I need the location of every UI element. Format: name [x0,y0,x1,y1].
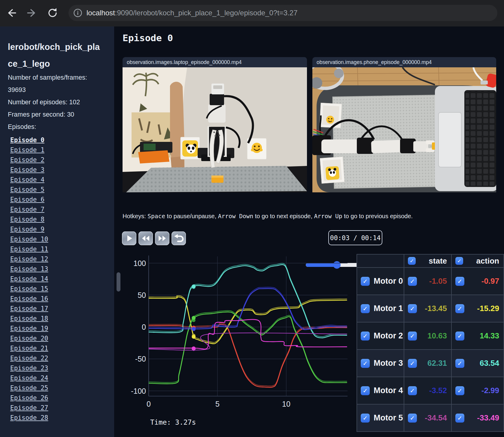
checkbox-checked[interactable]: ✓ [361,386,370,395]
motor-action-cell: ✓-15.29 [451,295,504,322]
sidebar-episode-link[interactable]: Episode 23 [10,363,109,373]
sidebar-episode-link[interactable]: Episode 2 [10,155,109,165]
scrollbar-thumb[interactable] [117,272,120,292]
checkbox-checked[interactable]: ✓ [408,277,417,286]
motor-state-value: -13.45 [425,304,447,313]
sidebar-episode-link[interactable]: Episode 13 [10,264,109,274]
sidebar-episode-link[interactable]: Episode 17 [10,304,109,314]
sidebar-episode-link[interactable]: Episode 15 [10,284,109,294]
loop-button[interactable] [172,231,186,245]
motor-action-cell: ✓63.54 [451,350,504,377]
video-phone[interactable] [312,67,496,192]
play-button[interactable] [122,231,136,245]
episode-list: Episode 0Episode 1Episode 2Episode 3Epis… [10,135,109,423]
motor-action-value: -33.49 [477,413,499,423]
sidebar-episode-link[interactable]: Episode 14 [10,274,109,284]
checkbox-checked[interactable]: ✓ [408,359,417,368]
motor-row-label-cell: ✓Motor 1 [357,295,404,322]
checkbox-checked[interactable]: ✓ [361,304,370,313]
checkbox-checked[interactable]: ✓ [455,359,464,368]
loop-icon [174,234,184,243]
motor-name: Motor 4 [374,386,403,395]
motor-action-cell: ✓-2.99 [451,377,504,404]
motor-state-value: -3.52 [429,386,447,395]
motor-table-grid: ✓state✓action✓Motor 0✓-1.05✓-0.97✓Motor … [357,254,504,432]
back-icon[interactable] [4,6,18,20]
sidebar-episode-link[interactable]: Episode 24 [10,373,109,383]
checkbox-checked[interactable]: ✓ [408,386,417,395]
checkbox-checked[interactable]: ✓ [455,386,464,395]
dataset-stats: Number of samples/frames: 39693 Number o… [8,72,88,133]
y-tick-label: -100 [131,387,146,395]
fast-forward-button[interactable] [155,231,169,245]
sidebar-episode-link[interactable]: Episode 6 [10,195,109,205]
motor-row-label-cell: ✓Motor 0 [357,267,404,295]
checkbox-checked[interactable]: ✓ [455,277,464,286]
sidebar-episode-link[interactable]: Episode 28 [10,413,109,423]
checkbox-checked[interactable]: ✓ [408,257,416,265]
hotkeys-help: Hotkeys: Space to pause/unpause, Arrow D… [123,213,413,220]
motor-action-value: -15.29 [477,304,499,313]
video-label-phone: observation.images.phone_episode_000000.… [312,57,496,67]
y-tick-label: -50 [135,355,146,363]
hotkeys-text: to go to previous episode. [342,213,413,219]
sidebar-episode-link[interactable]: Episode 26 [10,393,109,403]
chart-line-state [149,296,347,343]
rewind-button[interactable] [138,231,153,245]
checkbox-checked[interactable]: ✓ [455,332,464,341]
sidebar-episode-link[interactable]: Episode 10 [10,234,109,244]
motor-state-value: 10.63 [427,331,447,341]
episodes-label: Episodes: [8,121,88,133]
sidebar-episode-link[interactable]: Episode 25 [10,383,109,393]
sidebar-episode-link[interactable]: Episode 16 [10,294,109,304]
sidebar-episode-link[interactable]: Episode 21 [10,344,109,353]
sidebar-episode-link[interactable]: Episode 18 [10,314,109,324]
chart-line-state [149,287,347,329]
hotkeys-text: to go to next episode, [253,213,314,219]
sidebar-episode-link[interactable]: Episode 0 [10,135,109,145]
checkbox-checked[interactable]: ✓ [361,359,370,368]
checkbox-checked[interactable]: ✓ [361,414,370,423]
x-tick-label: 10 [282,400,290,408]
checkbox-checked[interactable]: ✓ [361,332,370,341]
main-content: Episode 0 observation.images.laptop_epis… [114,26,504,437]
sidebar-episode-link[interactable]: Episode 20 [10,334,109,344]
sidebar-episode-link[interactable]: Episode 9 [10,225,109,234]
sidebar-episode-link[interactable]: Episode 1 [10,145,109,155]
sidebar-episode-link[interactable]: Episode 8 [10,215,109,225]
checkbox-checked[interactable]: ✓ [455,304,464,313]
sidebar-episode-link[interactable]: Episode 19 [10,324,109,334]
checkbox-checked[interactable]: ✓ [408,304,417,313]
motor-state-cell: ✓10.63 [404,322,451,350]
play-icon [125,234,134,243]
page-title: Episode 0 [123,32,173,43]
motor-name: Motor 2 [374,331,403,341]
motor-state-cell: ✓62.31 [404,350,451,377]
y-tick-label: 0 [142,323,146,331]
sidebar-episode-link[interactable]: Episode 3 [10,165,109,175]
sidebar-episode-link[interactable]: Episode 11 [10,244,109,254]
checkbox-checked[interactable]: ✓ [361,277,370,286]
page-info-icon[interactable] [73,8,83,18]
checkbox-checked[interactable]: ✓ [455,257,463,265]
sidebar-episode-link[interactable]: Episode 12 [10,254,109,264]
video-phone-frame [312,67,496,192]
table-cell [357,254,404,267]
sidebar-episode-link[interactable]: Episode 7 [10,205,109,215]
sidebar-episode-link[interactable]: Episode 27 [10,403,109,413]
y-tick-label: 50 [138,291,146,299]
video-laptop[interactable] [123,67,307,192]
reload-icon[interactable] [46,6,59,20]
motor-row-label-cell: ✓Motor 5 [357,404,404,432]
dataset-title: lerobot/koch_pick_place_1_lego [8,38,101,72]
app-window: localhost:9090/lerobot/koch_pick_place_1… [0,0,504,437]
forward-icon[interactable] [25,6,39,20]
stat-samples: Number of samples/frames: 39693 [8,72,88,96]
checkbox-checked[interactable]: ✓ [455,414,464,423]
checkbox-checked[interactable]: ✓ [408,332,417,341]
sidebar-episode-link[interactable]: Episode 5 [10,185,109,195]
sidebar-episode-link[interactable]: Episode 22 [10,353,109,363]
checkbox-checked[interactable]: ✓ [408,414,417,423]
sidebar-episode-link[interactable]: Episode 4 [10,175,109,185]
url-bar[interactable]: localhost:9090/lerobot/koch_pick_place_1… [68,5,497,21]
